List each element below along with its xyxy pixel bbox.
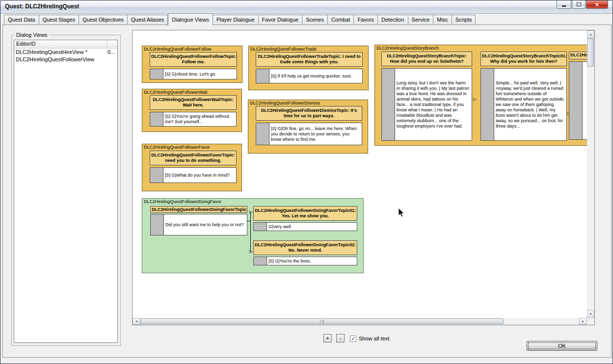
value-cell: 0...: [107, 49, 117, 56]
maximize-button[interactable]: [572, 0, 586, 9]
response-row[interactable]: [S] G|What do you have in mind?: [150, 167, 237, 183]
maximize-icon: [577, 2, 581, 6]
response-row[interactable]: G|Very well.: [253, 222, 357, 231]
node-follower-trade[interactable]: DLC2HirelingQuestFollowerTrade DLC2Hirel…: [248, 46, 369, 90]
response-text: [S] G|You're going ahead without me? Sui…: [163, 112, 236, 126]
topic-title: DLC2HirelingQuestStoryBranchTopic01: Why…: [480, 52, 567, 66]
response-flag: [150, 112, 163, 126]
titlebar[interactable]: Quest: DLC2HirelingQuest ✕: [0, 0, 613, 14]
list-item-follower-view[interactable]: DLC2HirelingQuestFollowerView: [14, 56, 117, 63]
topic-title: DLC2HirelingQuestFollowerDoingFavorTopic…: [253, 240, 357, 255]
topic-box[interactable]: DLC2HirelingQuestFollowerFollowTopic: Fo…: [150, 52, 237, 79]
tab-quest-aliases[interactable]: Quest Aliases: [128, 15, 168, 25]
response-row[interactable]: Simple... he paid well. Very well. | Any…: [480, 68, 567, 141]
scroll-right-icon[interactable]: ►: [579, 318, 587, 325]
response-row[interactable]: [S] G|You're the boss.: [253, 257, 357, 265]
tab-quest-data[interactable]: Quest Data: [4, 15, 39, 25]
minimize-button[interactable]: [557, 0, 571, 9]
topic-box-clipped[interactable]: DLC2Hir: [569, 52, 587, 140]
node-story-branch[interactable]: DLC2HirelingQuestStoryBranch DLC2Hirelin…: [374, 45, 587, 146]
zoom-in-button[interactable]: +: [323, 334, 332, 342]
scroll-down-icon[interactable]: ▼: [587, 310, 594, 318]
response-flag: [254, 257, 267, 265]
dialogue-canvas[interactable]: DLC2HirelingQuestFollowerFollow DLC2Hire…: [133, 30, 587, 318]
response-row[interactable]: [S] G|About time. Let's go.: [150, 69, 237, 79]
node-follower-doing-favor[interactable]: DLC2HirelingQuestFollowerDoingFavor DLC2…: [142, 198, 364, 273]
response-text: Did you still want me to help you or not…: [164, 214, 247, 235]
scroll-left-icon[interactable]: ◄: [133, 318, 140, 325]
response-row[interactable]: [569, 61, 587, 140]
tab-service[interactable]: Service: [408, 15, 434, 25]
extra-column-header[interactable]: [107, 40, 117, 48]
connector-line: [250, 212, 251, 252]
horizontal-scrollbar[interactable]: ◄ ►: [133, 318, 587, 325]
topic-box[interactable]: DLC2HirelingQuestStoryBranchTopic01: Why…: [480, 52, 567, 141]
vertical-scroll-thumb[interactable]: [587, 38, 594, 67]
response-row[interactable]: Did you still want me to help you or not…: [150, 214, 247, 235]
topic-box[interactable]: DLC2HirelingQuestFollowerDoingFavorTopic…: [253, 240, 357, 265]
node-title: DLC2HirelingQuestFollowerWait: [142, 89, 241, 95]
response-flag: [256, 123, 269, 145]
response-flag: [150, 168, 163, 182]
editor-id-cell: DLC2HirelingQuestHireView *: [14, 49, 107, 56]
node-follower-favor[interactable]: DLC2HirelingQuestFollowerFavor DLC2Hirel…: [142, 144, 242, 191]
response-text: [S] G|You're the boss.: [267, 257, 357, 265]
tab-combat[interactable]: Combat: [328, 15, 354, 25]
response-text: [S] G|About time. Let's go.: [163, 69, 237, 79]
node-title: DLC2HirelingQuestFollowerFollow: [142, 46, 242, 52]
topic-title: DLC2HirelingQuestFollowerFavorTopic: nee…: [150, 151, 237, 165]
topic-box[interactable]: DLC2HirelingQuestStoryBranchTopic: How d…: [381, 52, 472, 141]
connector-arrow-icon: ▷: [249, 250, 253, 254]
horizontal-scroll-thumb[interactable]: [140, 318, 504, 324]
node-title: DLC2HirelingQuestFollowerTrade: [249, 46, 368, 52]
node-title: DLC2HirelingQuestFollowerFavor: [142, 144, 241, 150]
node-follower-dismiss[interactable]: DLC2HirelingQuestFollowerDismiss DLC2Hir…: [248, 100, 368, 154]
topic-title: DLC2Hir: [569, 52, 587, 59]
scroll-up-icon[interactable]: ▲: [587, 30, 594, 38]
tab-detection[interactable]: Detection: [378, 15, 408, 25]
ok-button[interactable]: OK: [527, 341, 597, 351]
topic-title: DLC2HirelingQuestFollowerDoingFavorTopic: [150, 206, 247, 213]
response-row[interactable]: Long story, but I don't see the harm in …: [381, 68, 472, 141]
connector-arrow-icon: ▷: [473, 97, 477, 102]
tab-strip: Quest Data Quest Stages Quest Objectives…: [4, 13, 476, 26]
response-row[interactable]: [S] If it'll help us get moving quicker,…: [256, 69, 363, 83]
response-flag: [254, 223, 267, 231]
minimize-icon: [562, 5, 566, 7]
tab-scripts[interactable]: Scripts: [452, 15, 476, 25]
response-text: G|Very well.: [267, 223, 357, 231]
zoom-out-button[interactable]: -: [336, 334, 345, 342]
tab-player-dialogue[interactable]: Player Dialogue: [213, 15, 259, 25]
response-row[interactable]: [S] G|You're going ahead without me? Sui…: [150, 112, 237, 127]
check-icon: ✓: [351, 336, 355, 341]
vertical-scrollbar[interactable]: ▲ ▼: [587, 30, 594, 318]
editor-id-cell: DLC2HirelingQuestFollowerView: [14, 56, 107, 63]
topic-box[interactable]: DLC2HirelingQuestFollowerFavorTopic: nee…: [150, 151, 237, 183]
editor-id-column-header[interactable]: EditorID: [14, 40, 107, 48]
tab-favor-dialogue[interactable]: Favor Dialogue: [259, 15, 303, 25]
tab-scenes[interactable]: Scenes: [302, 15, 328, 25]
node-follower-wait[interactable]: DLC2HirelingQuestFollowerWait DLC2Hireli…: [142, 89, 242, 132]
show-all-text-checkbox[interactable]: ✓: [350, 336, 356, 342]
topic-box[interactable]: DLC2HirelingQuestFollowerDoingFavorTopic…: [150, 206, 247, 235]
topic-title: DLC2HirelingQuestStoryBranchTopic: How d…: [381, 52, 472, 66]
scroll-grip-icon: [320, 320, 324, 323]
list-item-hire-view[interactable]: DLC2HirelingQuestHireView * 0...: [14, 49, 117, 56]
topic-box[interactable]: DLC2HirelingQuestFollowerWaitTopic: Wait…: [150, 95, 237, 127]
topic-box[interactable]: DLC2HirelingQuestFollowerDismissTopic: I…: [256, 106, 362, 145]
node-follower-follow[interactable]: DLC2HirelingQuestFollowerFollow DLC2Hire…: [142, 46, 242, 83]
quest-window: Quest: DLC2HirelingQuest ✕ Quest Data Qu…: [0, 0, 613, 364]
close-button[interactable]: ✕: [586, 0, 608, 9]
tab-quest-stages[interactable]: Quest Stages: [39, 15, 80, 25]
tab-misc[interactable]: Misc: [433, 15, 452, 25]
tab-dialogue-views[interactable]: Dialogue Views: [168, 13, 213, 26]
focus-rectangle: [528, 342, 596, 349]
response-flag: [151, 214, 164, 235]
topic-box[interactable]: DLC2HirelingQuestFollowerDoingFavorTopic…: [253, 206, 357, 231]
topic-box[interactable]: DLC2HirelingQuestFollowerTradeTopic: I n…: [256, 52, 363, 83]
tab-quest-objectives[interactable]: Quest Objectives: [79, 15, 128, 25]
response-row[interactable]: [S] G|Oh fine, go on... leave me here. W…: [256, 123, 362, 145]
tab-favors[interactable]: Favors: [354, 15, 378, 25]
node-title: DLC2HirelingQuestStoryBranch: [375, 45, 587, 51]
scrollbar-corner: [587, 318, 594, 325]
